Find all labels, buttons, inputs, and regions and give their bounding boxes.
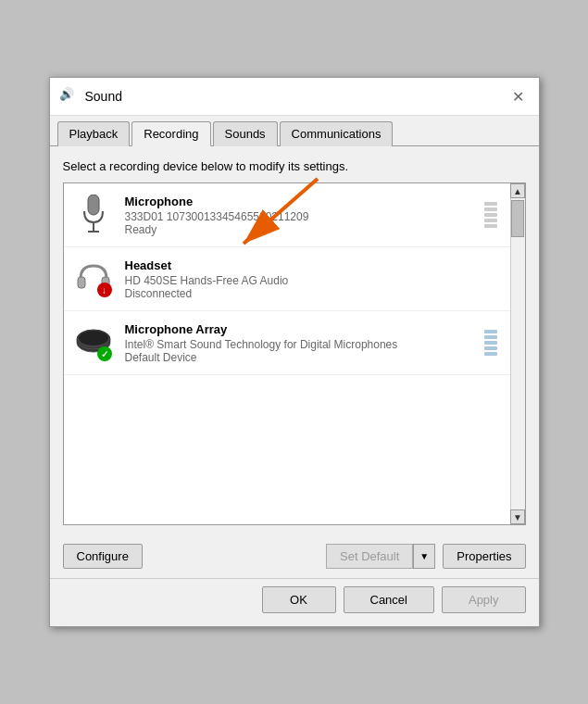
configure-button[interactable]: Configure	[63, 544, 143, 569]
set-default-button[interactable]: Set Default	[326, 544, 413, 569]
device-status-microphone-array: Default Device	[125, 351, 482, 364]
window-title: Sound	[85, 89, 122, 104]
device-list-container: Microphone 333D01 1073001334546552021120…	[63, 182, 526, 525]
device-info-headset: Headset HD 450SE Hands-Free AG Audio Dis…	[125, 258, 503, 300]
device-icon-microphone-array: ✓	[71, 321, 116, 365]
tab-communications[interactable]: Communications	[280, 121, 394, 146]
device-status-microphone: Ready	[125, 223, 482, 236]
device-item-microphone[interactable]: Microphone 333D01 1073001334546552021120…	[64, 183, 510, 247]
device-id-microphone-array: Intel® Smart Sound Technology for Digita…	[125, 338, 482, 351]
bar1	[484, 202, 497, 206]
device-item-headset[interactable]: ↓ Headset HD 450SE Hands-Free AG Audio D…	[64, 247, 510, 311]
cancel-button[interactable]: Cancel	[344, 586, 434, 613]
set-default-split: Set Default ▼	[326, 544, 435, 569]
svg-rect-2	[88, 195, 99, 215]
tab-playback[interactable]: Playback	[57, 121, 131, 146]
headset-status-badge: ↓	[97, 283, 112, 297]
title-bar: 🔊 Sound ✕	[50, 78, 539, 116]
bar-a2	[484, 335, 497, 339]
array-status-badge: ✓	[97, 346, 112, 361]
bar-a5	[484, 352, 497, 356]
properties-button[interactable]: Properties	[443, 544, 525, 569]
tab-sounds[interactable]: Sounds	[213, 121, 278, 146]
device-item-microphone-array[interactable]: ✓ Microphone Array Intel® Smart Sound Te…	[64, 311, 510, 375]
device-status-headset: Disconnected	[125, 287, 503, 300]
device-list: Microphone 333D01 1073001334546552021120…	[64, 183, 510, 524]
bar-a1	[484, 330, 497, 333]
action-buttons: Configure Set Default ▼ Properties	[50, 534, 539, 578]
scroll-thumb[interactable]	[511, 200, 524, 237]
bar4	[484, 219, 497, 222]
bar-a4	[484, 346, 497, 350]
sound-title-icon: 🔊	[59, 87, 78, 106]
svg-point-10	[79, 331, 108, 346]
bar3	[484, 213, 497, 217]
device-info-microphone: Microphone 333D01 1073001334546552021120…	[125, 195, 482, 236]
device-name-microphone-array: Microphone Array	[125, 322, 482, 336]
sound-dialog: 🔊 Sound ✕ Playback Recording Sounds Comm…	[49, 77, 540, 627]
dialog-buttons: OK Cancel Apply	[50, 578, 539, 626]
ok-button[interactable]: OK	[262, 586, 336, 613]
device-id-microphone: 333D01 10730013345465520211209	[125, 210, 482, 223]
device-name-headset: Headset	[125, 258, 503, 272]
device-info-microphone-array: Microphone Array Intel® Smart Sound Tech…	[125, 322, 482, 364]
device-name-microphone: Microphone	[125, 195, 482, 208]
apply-button[interactable]: Apply	[442, 586, 526, 613]
set-default-arrow[interactable]: ▼	[413, 544, 435, 569]
instruction-text: Select a recording device below to modif…	[63, 159, 526, 173]
svg-rect-5	[78, 277, 85, 288]
scrollbar: ▲ ▼	[510, 183, 525, 524]
signal-bars-microphone	[482, 202, 499, 228]
bar-a3	[484, 341, 497, 345]
scroll-track	[511, 239, 525, 509]
tab-content: Select a recording device below to modif…	[50, 146, 539, 534]
tabs-bar: Playback Recording Sounds Communications	[50, 116, 539, 146]
title-left: 🔊 Sound	[59, 87, 122, 106]
device-icon-headset: ↓	[71, 257, 116, 301]
device-id-headset: HD 450SE Hands-Free AG Audio	[125, 274, 503, 287]
tab-recording[interactable]: Recording	[131, 121, 210, 146]
close-button[interactable]: ✕	[507, 85, 530, 107]
bar5	[484, 224, 497, 228]
bar2	[484, 207, 497, 211]
scroll-up-button[interactable]: ▲	[510, 183, 525, 198]
signal-bars-array	[482, 330, 499, 356]
device-icon-microphone	[71, 193, 116, 237]
scroll-down-button[interactable]: ▼	[510, 509, 525, 524]
